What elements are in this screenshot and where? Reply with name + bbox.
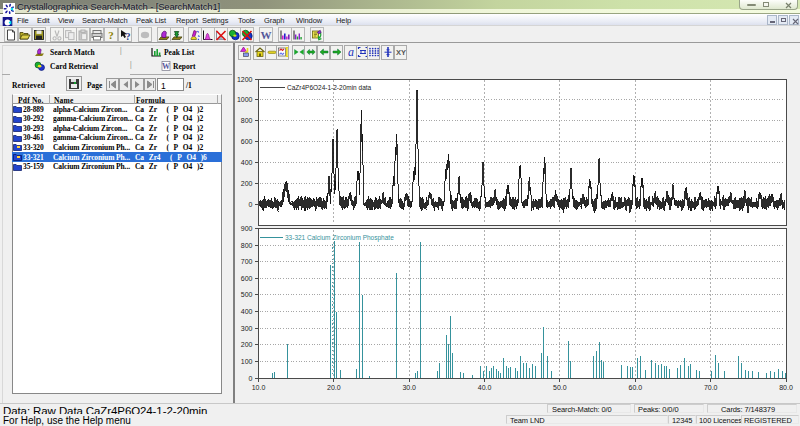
svg-text:200: 200 (241, 180, 253, 187)
svg-text:60.0: 60.0 (628, 384, 642, 391)
svg-text:CaZr4P6O24-1-2-20min data: CaZr4P6O24-1-2-20min data (287, 84, 372, 91)
svg-text:80.0: 80.0 (779, 384, 793, 391)
svg-text:?: ? (126, 31, 131, 42)
svg-text:0: 0 (249, 375, 253, 382)
svg-text:40.0: 40.0 (478, 384, 492, 391)
svg-text:W: W (261, 29, 272, 41)
svg-text:70.0: 70.0 (704, 384, 718, 391)
svg-text:1000: 1000 (237, 96, 253, 103)
svg-text:0: 0 (249, 201, 253, 208)
svg-text:800: 800 (241, 117, 253, 124)
svg-text:10.0: 10.0 (252, 384, 266, 391)
svg-text:1200: 1200 (237, 76, 253, 83)
svg-text:20.0: 20.0 (327, 384, 341, 391)
svg-text:500: 500 (241, 291, 253, 298)
svg-text:100: 100 (241, 358, 253, 365)
svg-text:33-321 Calcium Zirconium Phosp: 33-321 Calcium Zirconium Phosphate (285, 234, 394, 242)
svg-text:50.0: 50.0 (553, 384, 567, 391)
svg-text:700: 700 (241, 258, 253, 265)
svg-text:600: 600 (241, 275, 253, 282)
svg-text:200: 200 (241, 341, 253, 348)
svg-text:30.0: 30.0 (402, 384, 416, 391)
svg-text:400: 400 (241, 159, 253, 166)
svg-text:400: 400 (241, 308, 253, 315)
svg-text:600: 600 (241, 138, 253, 145)
svg-text:300: 300 (241, 325, 253, 332)
svg-text:900: 900 (241, 225, 253, 232)
svg-text:800: 800 (241, 242, 253, 249)
svg-text:?: ? (108, 29, 114, 41)
